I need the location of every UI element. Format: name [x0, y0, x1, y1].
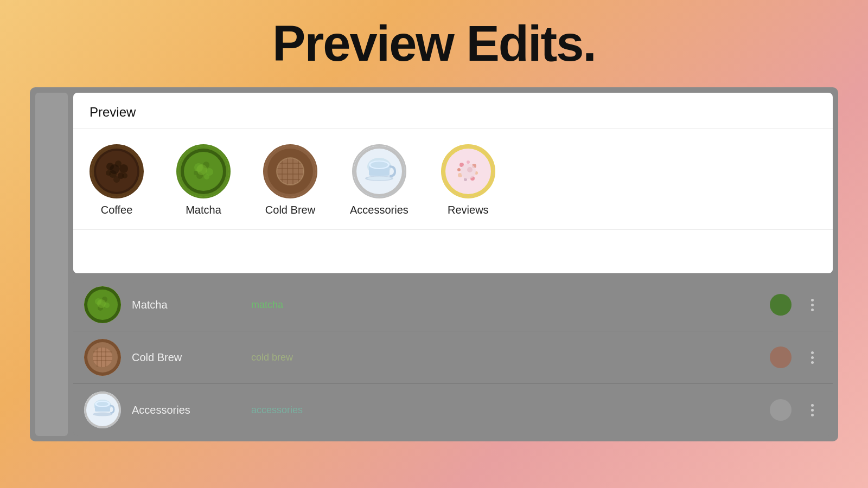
more-dot [811, 361, 814, 364]
list-thumb-cold-brew [84, 339, 121, 376]
category-label-reviews: Reviews [448, 204, 489, 216]
category-icon-cold-brew [263, 144, 317, 198]
list-area: Matcha matcha [73, 279, 833, 436]
category-icon-accessories [352, 144, 406, 198]
svg-point-53 [467, 167, 473, 172]
list-icon-accessories [84, 391, 121, 428]
svg-point-9 [106, 170, 111, 176]
list-slug-matcha: matcha [251, 299, 759, 311]
sidebar-stub [35, 93, 68, 436]
reviews-icon [443, 146, 494, 197]
category-item-cold-brew[interactable]: Cold Brew [263, 144, 317, 216]
category-label-coffee: Coffee [101, 204, 133, 216]
list-more-button-accessories[interactable] [802, 400, 822, 420]
list-thumb-accessories [84, 391, 121, 428]
list-name-matcha: Matcha [132, 299, 240, 311]
more-dot [811, 309, 814, 311]
svg-point-75 [97, 402, 108, 406]
category-label-cold-brew: Cold Brew [265, 204, 315, 216]
category-item-matcha[interactable]: Matcha [176, 144, 231, 216]
list-row: Cold Brew cold brew [73, 331, 833, 384]
list-icon-cold-brew [84, 339, 121, 376]
more-dot [811, 304, 814, 306]
svg-point-60 [97, 299, 106, 308]
coffee-icon [91, 146, 142, 197]
list-slug-cold-brew: cold brew [251, 352, 759, 363]
svg-point-19 [204, 174, 209, 179]
category-icon-matcha [176, 144, 231, 198]
main-container: Preview [30, 87, 838, 441]
list-name-accessories: Accessories [132, 404, 240, 416]
svg-rect-63 [93, 348, 112, 367]
category-label-accessories: Accessories [350, 204, 409, 216]
preview-footer [73, 230, 833, 273]
list-thumb-matcha [84, 286, 121, 323]
category-item-coffee[interactable]: Coffee [90, 144, 144, 216]
preview-header: Preview [73, 93, 833, 129]
more-dot [811, 409, 814, 412]
more-dot [811, 351, 814, 354]
cold-brew-icon [265, 146, 316, 197]
svg-point-21 [194, 171, 198, 175]
svg-point-76 [93, 413, 112, 416]
preview-card: Preview [73, 93, 833, 273]
more-dot [811, 404, 814, 407]
list-color-dot-accessories [770, 399, 792, 421]
svg-point-10 [122, 173, 127, 178]
preview-categories: Coffee [73, 129, 833, 230]
list-row: Matcha matcha [73, 279, 833, 331]
category-label-matcha: Matcha [186, 204, 221, 216]
category-icon-reviews [441, 144, 495, 198]
list-name-cold-brew: Cold Brew [132, 351, 240, 364]
svg-point-39 [371, 162, 388, 168]
more-dot [811, 356, 814, 359]
matcha-icon [178, 146, 229, 197]
page-title: Preview Edits. [0, 0, 868, 87]
svg-point-41 [367, 177, 391, 181]
svg-point-45 [467, 160, 470, 164]
category-item-reviews[interactable]: Reviews [441, 144, 495, 216]
more-dot [811, 414, 814, 416]
list-color-dot-matcha [770, 294, 792, 316]
list-row: Accessories accessories [73, 384, 833, 436]
svg-point-5 [119, 164, 128, 173]
preview-header-title: Preview [90, 105, 136, 119]
list-more-button-cold-brew[interactable] [802, 348, 822, 367]
svg-point-51 [457, 168, 461, 171]
category-icon-coffee [90, 144, 144, 198]
svg-point-11 [113, 176, 120, 183]
list-color-dot-cold-brew [770, 346, 792, 368]
content-area: Preview [73, 93, 833, 436]
list-slug-accessories: accessories [251, 404, 759, 416]
list-more-button-matcha[interactable] [802, 295, 822, 314]
list-icon-matcha [84, 286, 121, 323]
category-item-accessories[interactable]: Accessories [350, 144, 409, 216]
accessories-icon [354, 146, 405, 197]
svg-point-20 [196, 164, 207, 175]
more-dot [811, 299, 814, 301]
